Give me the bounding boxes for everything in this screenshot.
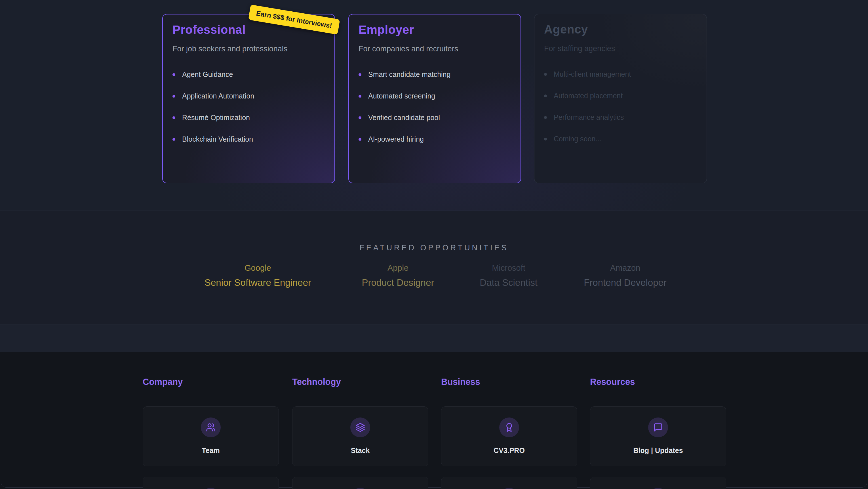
feature-label: Agent Guidance <box>182 70 233 79</box>
plan-feature-list: Smart candidate matching Automated scree… <box>359 70 511 143</box>
featured-job[interactable]: Google Senior Software Engineer <box>205 263 311 288</box>
feature-label: Automated placement <box>554 92 623 100</box>
plan-title: Agency <box>544 23 697 36</box>
job-title: Product Designer <box>362 277 434 288</box>
plan-subtitle: For companies and recruiters <box>359 45 511 53</box>
bullet-dot-icon <box>544 94 547 97</box>
bullet-dot-icon <box>173 95 175 97</box>
job-title: Frontend Developer <box>584 277 666 288</box>
message-icon <box>648 418 668 437</box>
job-company: Google <box>205 263 311 273</box>
footer-card-partial[interactable] <box>292 477 428 489</box>
plan-card-professional[interactable]: Professional For job seekers and profess… <box>162 14 335 183</box>
footer-section-background <box>0 352 868 489</box>
feature-label: Automated screening <box>368 92 435 100</box>
bullet-dot-icon <box>359 116 361 119</box>
feature-item: Résumé Optimization <box>173 114 325 122</box>
bullet-dot-icon <box>173 138 175 141</box>
bullet-dot-icon <box>544 138 547 141</box>
feature-label: Performance analytics <box>554 113 624 121</box>
job-title: Data Scientist <box>480 277 537 288</box>
feature-item: AI-powered hiring <box>359 135 511 143</box>
award-icon <box>499 418 519 437</box>
users-icon <box>201 418 221 437</box>
plan-title: Employer <box>359 23 511 37</box>
footer-card-label: Team <box>202 447 220 455</box>
feature-item: Automated screening <box>359 92 511 100</box>
footer-card-label: Stack <box>351 447 370 455</box>
hidden-icon <box>201 488 221 489</box>
plan-card-agency: Agency For staffing agencies Multi-clien… <box>534 14 707 183</box>
bullet-dot-icon <box>173 116 175 119</box>
footer-heading-company: Company <box>143 377 183 387</box>
feature-item: Agent Guidance <box>173 70 325 79</box>
feature-item: Verified candidate pool <box>359 114 511 122</box>
job-title: Senior Software Engineer <box>205 277 311 288</box>
feature-item: Blockchain Verification <box>173 135 325 143</box>
plan-card-employer[interactable]: Employer For companies and recruiters Sm… <box>348 14 521 183</box>
footer-card-partial[interactable] <box>441 477 577 489</box>
feature-label: AI-powered hiring <box>368 135 424 143</box>
footer-card-cv3pro[interactable]: CV3.PRO <box>441 406 577 466</box>
plan-subtitle: For staffing agencies <box>544 44 697 53</box>
footer-card-label: Blog | Updates <box>633 447 683 455</box>
footer-card-label: CV3.PRO <box>494 447 525 455</box>
feature-label: Coming soon... <box>554 135 601 143</box>
footer-card-team[interactable]: Team <box>143 406 279 466</box>
feature-item: Application Automation <box>173 92 325 100</box>
bullet-dot-icon <box>359 138 361 141</box>
footer-card-partial[interactable] <box>143 477 279 489</box>
feature-item: Coming soon... <box>544 135 697 143</box>
feature-label: Multi-client management <box>554 70 631 78</box>
footer-heading-resources: Resources <box>590 377 635 387</box>
hidden-icon <box>350 488 370 489</box>
bullet-dot-icon <box>544 116 547 119</box>
hidden-icon <box>499 488 519 489</box>
plan-feature-list: Multi-client management Automated placem… <box>544 70 697 143</box>
featured-opportunities-heading: FEATURED OPPORTUNITIES <box>0 243 868 252</box>
hidden-icon <box>648 488 668 489</box>
feature-item: Smart candidate matching <box>359 70 511 79</box>
feature-label: Application Automation <box>182 92 254 100</box>
spacer-band <box>0 324 868 352</box>
bullet-dot-icon <box>359 95 361 97</box>
feature-label: Smart candidate matching <box>368 70 451 79</box>
bullet-dot-icon <box>173 73 175 76</box>
feature-label: Résumé Optimization <box>182 114 250 122</box>
landing-page: Professional For job seekers and profess… <box>0 0 868 489</box>
footer-card-stack[interactable]: Stack <box>292 406 428 466</box>
feature-label: Blockchain Verification <box>182 135 253 143</box>
plan-subtitle: For job seekers and professionals <box>173 45 325 53</box>
feature-item: Multi-client management <box>544 70 697 78</box>
job-company: Microsoft <box>480 263 537 273</box>
feature-item: Performance analytics <box>544 113 697 121</box>
job-company: Amazon <box>584 263 666 273</box>
featured-job[interactable]: Apple Product Designer <box>362 263 434 288</box>
job-company: Apple <box>362 263 434 273</box>
bullet-dot-icon <box>544 73 547 76</box>
feature-label: Verified candidate pool <box>368 114 440 122</box>
layers-icon <box>350 418 370 437</box>
plan-feature-list: Agent Guidance Application Automation Ré… <box>173 70 325 143</box>
featured-job[interactable]: Microsoft Data Scientist <box>480 263 537 288</box>
footer-heading-technology: Technology <box>292 377 341 387</box>
footer-heading-business: Business <box>441 377 480 387</box>
footer-card-blog[interactable]: Blog | Updates <box>590 406 726 466</box>
bullet-dot-icon <box>359 73 361 76</box>
footer-card-partial[interactable] <box>590 477 726 489</box>
feature-item: Automated placement <box>544 92 697 100</box>
featured-job[interactable]: Amazon Frontend Developer <box>584 263 666 288</box>
